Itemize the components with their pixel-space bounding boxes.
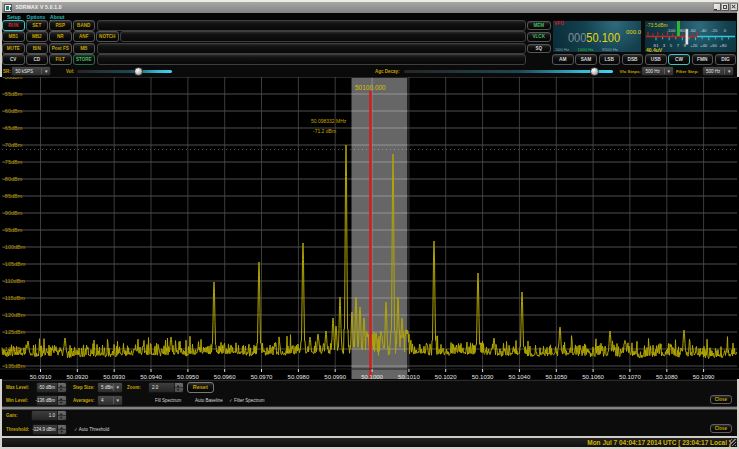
svg-text:+20: +20 (690, 43, 698, 48)
svg-text:-100dBm: -100dBm (3, 244, 26, 250)
svg-text:50.0970: 50.0970 (251, 374, 273, 380)
svg-text:-115dBm: -115dBm (3, 295, 25, 301)
svg-text:-125dBm: -125dBm (3, 329, 26, 335)
svg-text:50.0930: 50.0930 (103, 374, 125, 380)
svg-text:-95dBm: -95dBm (3, 227, 23, 233)
svg-text:+40: +40 (700, 43, 708, 48)
svg-text:0: 0 (724, 28, 727, 33)
svg-text:50.1010: 50.1010 (398, 374, 420, 380)
svg-text:50.0940: 50.0940 (140, 374, 162, 380)
svg-text:-65dBm: -65dBm (3, 125, 23, 131)
svg-text:50.1020: 50.1020 (435, 374, 457, 380)
svg-text:-55dBm: -55dBm (3, 91, 23, 97)
svg-text:-60: -60 (689, 28, 696, 33)
svg-text:50.0980: 50.0980 (288, 374, 310, 380)
svg-text:3: 3 (663, 43, 666, 48)
svg-text:-60dBm: -60dBm (3, 108, 23, 114)
svg-text:40.4uV: 40.4uV (646, 47, 663, 53)
svg-text:-20: -20 (711, 28, 718, 33)
svg-text:50.1080: 50.1080 (656, 374, 678, 380)
svg-text:+80: +80 (719, 43, 727, 48)
svg-text:50100.000: 50100.000 (355, 84, 386, 91)
svg-text:50.0990: 50.0990 (324, 374, 346, 380)
svg-text:-105dBm: -105dBm (3, 261, 26, 267)
svg-text:50.0920: 50.0920 (66, 374, 88, 380)
svg-text:-50dBm: -50dBm (3, 77, 23, 80)
svg-text:-100: -100 (667, 28, 676, 33)
svg-text:50.1050: 50.1050 (545, 374, 567, 380)
svg-text:-70dBm: -70dBm (3, 142, 23, 148)
svg-text:50.1040: 50.1040 (509, 374, 531, 380)
svg-text:50.1060: 50.1060 (582, 374, 604, 380)
svg-text:50.1030: 50.1030 (472, 374, 494, 380)
svg-text:5: 5 (670, 43, 673, 48)
svg-text:-85dBm: -85dBm (3, 193, 23, 199)
svg-text:-75dBm: -75dBm (3, 159, 23, 165)
svg-text:-110dBm: -110dBm (3, 278, 25, 284)
svg-text:-120dBm: -120dBm (3, 312, 26, 318)
svg-text:-73.5dBm: -73.5dBm (646, 22, 668, 28)
svg-text:50.0910: 50.0910 (30, 374, 52, 380)
svg-text:-40: -40 (700, 28, 707, 33)
svg-text:50.0950: 50.0950 (177, 374, 199, 380)
svg-text:50.1000: 50.1000 (361, 374, 383, 380)
svg-text:-71.2 dBm: -71.2 dBm (313, 128, 336, 134)
svg-text:7: 7 (677, 43, 680, 48)
svg-text:-135dBm: -135dBm (3, 363, 26, 369)
svg-text:+60: +60 (710, 43, 718, 48)
svg-text:-90dBm: -90dBm (3, 210, 23, 216)
svg-text:50.098332 MHz: 50.098332 MHz (311, 118, 347, 124)
svg-text:50.1070: 50.1070 (619, 374, 641, 380)
svg-text:50.1090: 50.1090 (693, 374, 715, 380)
svg-text:-130dBm: -130dBm (3, 346, 26, 352)
svg-text:-80dBm: -80dBm (3, 176, 23, 182)
svg-text:50.0960: 50.0960 (214, 374, 236, 380)
